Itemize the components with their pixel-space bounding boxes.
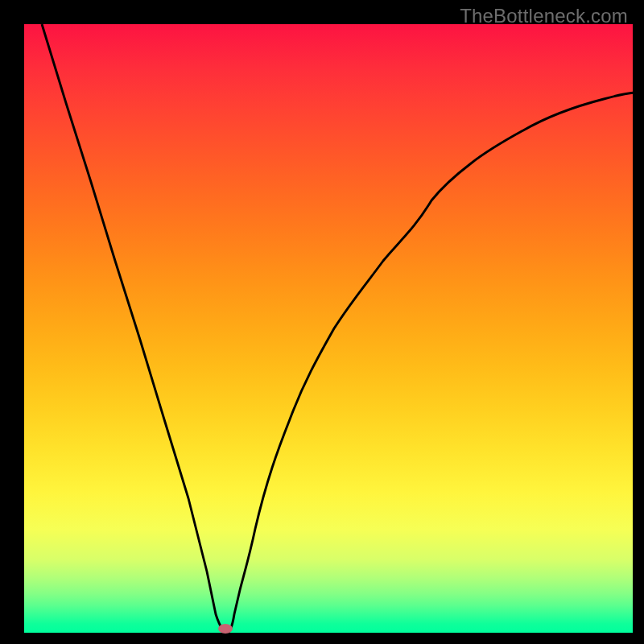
curve-path xyxy=(42,24,634,633)
watermark-text: TheBottleneck.com xyxy=(460,5,628,27)
plot-area xyxy=(24,24,633,633)
bottleneck-curve xyxy=(24,24,633,633)
minimum-marker xyxy=(218,624,233,634)
